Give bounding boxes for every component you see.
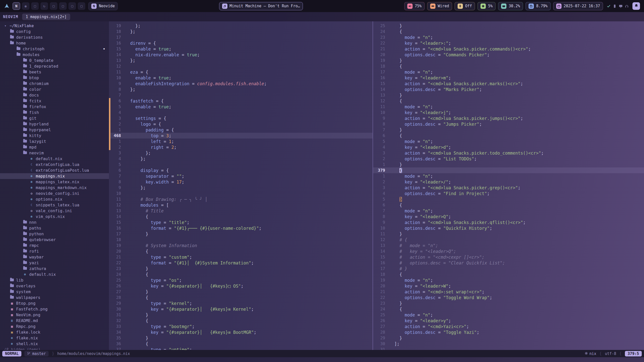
code-line[interactable]: 23 } <box>109 266 373 272</box>
code-line[interactable]: 9 enableFishIntegration = config.modules… <box>109 81 373 86</box>
code-line[interactable]: 2 options.desc = "List TODOs"; <box>373 156 644 162</box>
code-line[interactable]: 3 }; <box>109 150 373 156</box>
tree-item[interactable]: ❄vim_opts.nix <box>0 214 109 219</box>
tree-item[interactable]: python <box>0 231 109 237</box>
code-line[interactable]: 11 # Box Drawing: ╭ ─ ╮ ╰ ╯ │ <box>109 196 373 202</box>
tree-item[interactable]: qutebrowser <box>0 237 109 243</box>
tree-item[interactable]: paths <box>0 225 109 231</box>
code-line[interactable]: 2 logo = { <box>109 121 373 127</box>
code-line[interactable]: 20 key = "<leader>W"; <box>373 283 644 289</box>
code-line[interactable]: 30 ]; <box>373 341 644 347</box>
code-line[interactable]: 17 mode = "n"; <box>373 69 644 75</box>
code-line[interactable]: 18 { <box>373 63 644 69</box>
tree-item[interactable]: fcitx <box>0 98 109 104</box>
music-widget[interactable]: Minuit Machine – Don't Run Fro… <box>219 2 303 10</box>
editor-pane-mid[interactable]: 19 };18 };17 16 direnv = {15 enable = tr… <box>109 21 373 350</box>
tree-item[interactable]: yazi <box>0 260 109 266</box>
code-line[interactable]: 19 }; <box>109 23 373 29</box>
code-line[interactable]: 16 direnv = { <box>109 40 373 46</box>
tree-item[interactable]: ❄default.nix <box>0 272 109 277</box>
tree-item[interactable]: wallpapers <box>0 295 109 300</box>
tree-item[interactable]: neovim <box>0 150 109 156</box>
code-line[interactable]: 35 } <box>109 335 373 341</box>
code-line[interactable]: 34 key = "{#separator}│ {#keys}≡ BootMGR… <box>109 329 373 335</box>
code-line[interactable]: 5 mode = "n"; <box>373 139 644 144</box>
code-line[interactable]: 20 options.desc = "Commands Picker"; <box>373 52 644 58</box>
code-line[interactable]: 13 } <box>373 92 644 98</box>
code-line[interactable]: 2 key = "<leader>/"; <box>373 179 644 185</box>
tree-item[interactable]: fish <box>0 110 109 115</box>
code-line[interactable]: 9 action = "<cmd>lua Snacks.picker.jumps… <box>373 115 644 121</box>
stat-bluetooth[interactable]: Off <box>455 2 475 10</box>
code-line[interactable]: 11 mode = "n"; <box>373 104 644 110</box>
code-line[interactable]: 37 type = "uptime"; <box>109 347 373 350</box>
code-line[interactable]: 15 # action = "<cmd>cexpr []<cr>"; <box>373 254 644 260</box>
tree-item[interactable]: overlays <box>0 283 109 289</box>
code-line[interactable]: 6 { <box>373 202 644 208</box>
code-line[interactable]: 3 settings = { <box>109 115 373 121</box>
workspace-1[interactable]: N <box>13 2 20 10</box>
code-line[interactable]: 10 options.desc = "Quickfix History"; <box>373 225 644 231</box>
tree-item[interactable]: modules <box>0 52 109 58</box>
workspace-4[interactable]: ↻ <box>41 2 48 10</box>
code-line[interactable]: 10 <box>109 191 373 196</box>
code-line[interactable]: 21 action = "<cmd>lua Snacks.picker.comm… <box>373 46 644 52</box>
display-icon[interactable] <box>619 4 623 8</box>
workspace-5[interactable]: ▢ <box>50 2 57 10</box>
code-line[interactable]: 6 fastfetch = { <box>109 98 373 104</box>
stat-volume[interactable]: 75% <box>404 2 425 10</box>
code-line[interactable]: 14 options.desc = "Marks Picker"; <box>373 86 644 92</box>
code-line[interactable]: 16 format = "{#1}╭─── {#}{user-name-colo… <box>109 225 373 231</box>
tree-item[interactable]: ☾extraConfigLuaPost.lua <box>0 167 109 173</box>
code-line[interactable]: 30 key = "{#separator}│ {#keys}≡ Kernel"… <box>109 306 373 312</box>
tree-item[interactable]: kitty <box>0 133 109 139</box>
tree-item[interactable]: ☾snippets_latex.lua <box>0 202 109 208</box>
code-line[interactable]: 5 } <box>373 196 644 202</box>
code-line[interactable]: 13 # mode = "n"; <box>373 243 644 248</box>
tree-item[interactable]: hyprpanel <box>0 127 109 133</box>
tree-item[interactable]: ❄mappings_latex.nix <box>0 179 109 185</box>
tree-item[interactable]: ❄flake.nix <box>0 335 109 341</box>
code-line[interactable]: 5 enable = true; <box>109 104 373 110</box>
code-line[interactable]: 24 { <box>109 272 373 277</box>
tree-item[interactable]: hyprland <box>0 121 109 127</box>
code-line[interactable]: 19 # System Information <box>109 243 373 248</box>
code-line[interactable]: 22 key = "<leader>:"; <box>373 40 644 46</box>
tree-item[interactable]: ☾extraConfigLua.lua <box>0 162 109 167</box>
code-line[interactable]: 11 eza = { <box>109 69 373 75</box>
code-line[interactable]: 6 display = { <box>109 167 373 173</box>
code-line[interactable]: 27 action = "<cmd>Yazi<cr>"; <box>373 324 644 329</box>
tree-item[interactable]: ❄mappings_markdown.nix <box>0 185 109 191</box>
code-line[interactable]: 25 mode = "n"; <box>373 312 644 318</box>
stat-memory[interactable]: 30.2% <box>498 2 523 10</box>
code-line[interactable]: 9 }; <box>109 185 373 191</box>
tree-item[interactable]: lib <box>0 277 109 283</box>
code-line[interactable]: 13 # Title <box>109 208 373 214</box>
code-line[interactable]: 26 key = "{#separator}│ {#keys}□ OS"; <box>109 283 373 289</box>
tree-item[interactable]: nnn <box>0 219 109 225</box>
tree-item[interactable]: zathura <box>0 266 109 272</box>
code-line[interactable]: 14 { <box>109 214 373 219</box>
tree-item[interactable]: ≣README.md <box>0 318 109 324</box>
tree-item[interactable]: git <box>0 115 109 121</box>
tree-item[interactable]: config <box>0 29 109 34</box>
tree-item[interactable]: ❄default.nix <box>0 156 109 162</box>
code-line[interactable]: 17 # } <box>373 266 644 272</box>
tree-item[interactable]: chromium <box>0 81 109 86</box>
code-line[interactable]: 2 right = 2; <box>109 144 373 150</box>
tree-item[interactable]: system <box>0 289 109 295</box>
workspace-8[interactable]: ▢ <box>78 2 85 10</box>
code-line[interactable]: 12 modules = [ <box>109 202 373 208</box>
tree-item[interactable]: firefox <box>0 104 109 110</box>
tree-item[interactable]: rmpc <box>0 243 109 248</box>
tree-item[interactable]: docs <box>0 92 109 98</box>
check-icon[interactable] <box>607 4 611 8</box>
tree-item[interactable]: ❄mappings.nix <box>0 173 109 179</box>
code-line[interactable]: 468 top = 3; <box>109 133 373 139</box>
code-line[interactable]: 3 action = "<cmd>lua Snacks.picker.grep(… <box>373 185 644 191</box>
code-line[interactable]: 7 mode = "n"; <box>373 208 644 214</box>
tree-item[interactable]: rofi <box>0 248 109 254</box>
tree-item[interactable]: ▦Btop.png <box>0 300 109 306</box>
code-line[interactable]: 8 key = "<leader>Q"; <box>373 214 644 219</box>
code-line[interactable]: 28 { <box>109 295 373 300</box>
